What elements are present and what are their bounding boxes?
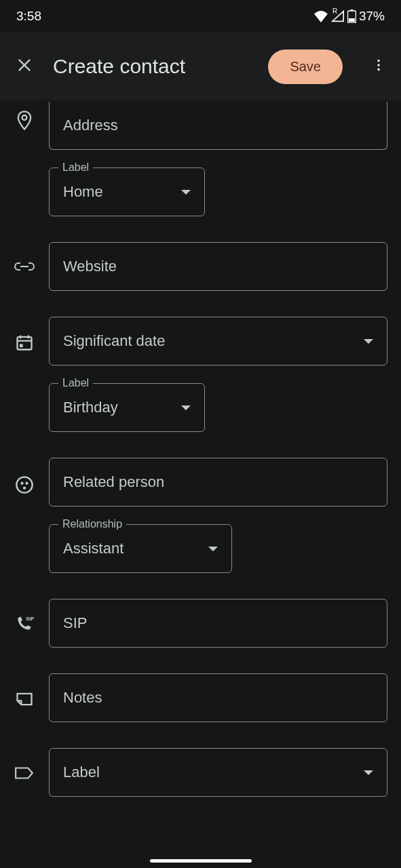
date-label-select[interactable]: Birthday [49,383,205,432]
notes-placeholder: Notes [63,689,102,706]
website-input[interactable]: Website [49,242,387,291]
page-title: Create contact [53,55,249,78]
svg-point-11 [25,482,28,485]
sip-input[interactable]: SIP [49,599,387,648]
address-label-value: Home [63,183,103,201]
significant-date-select[interactable]: Significant date [49,317,387,366]
svg-rect-1 [350,9,353,11]
link-icon [14,261,35,272]
label-select[interactable]: Label [49,748,387,797]
form-content: Address Label Home Website [0,102,401,797]
svg-rect-2 [349,18,355,22]
chevron-down-icon [208,547,218,551]
address-placeholder: Address [63,117,118,134]
address-input[interactable]: Address [49,102,387,150]
status-bar: 3:58 R 37% [0,0,401,33]
notes-input[interactable]: Notes [49,673,387,722]
svg-rect-8 [20,344,23,347]
svg-rect-7 [18,337,32,350]
status-time: 3:58 [16,9,41,24]
significant-date-placeholder: Significant date [63,332,165,350]
related-person-icon [15,475,34,494]
related-person-placeholder: Related person [63,473,164,490]
wifi-icon [313,10,328,22]
svg-point-3 [377,60,380,62]
svg-point-4 [377,64,380,66]
navigation-handle[interactable] [150,859,252,863]
relationship-label: Relationship [58,518,126,530]
app-bar: Create contact Save [0,33,401,100]
close-icon[interactable] [15,56,34,77]
label-icon [14,766,35,781]
date-label-label: Label [58,377,93,389]
related-person-input[interactable]: Related person [49,458,387,507]
label-placeholder: Label [63,764,100,781]
more-icon[interactable] [371,58,386,75]
chevron-down-icon [181,406,191,410]
website-placeholder: Website [63,258,117,275]
address-label-select[interactable]: Home [49,167,205,216]
sip-placeholder: SIP [63,614,87,631]
relationship-select[interactable]: Assistant [49,524,232,573]
svg-point-12 [23,487,26,490]
battery-icon [347,9,356,23]
calendar-icon [15,333,34,352]
chevron-down-icon [181,190,191,195]
relationship-value: Assistant [63,540,123,557]
roaming-indicator: R [332,7,337,15]
svg-point-5 [377,68,380,71]
save-button[interactable]: Save [268,50,343,84]
status-indicators: R 37% [313,9,385,24]
notes-icon [15,691,34,707]
svg-point-9 [16,477,32,492]
svg-point-10 [20,482,23,485]
chevron-down-icon [364,770,373,775]
date-label-value: Birthday [63,399,118,416]
battery-percent: 37% [359,9,385,24]
location-icon [15,110,34,132]
address-label-label: Label [58,161,93,174]
svg-point-6 [22,115,27,120]
chevron-down-icon [364,339,373,344]
sip-phone-icon: SIP [14,615,35,633]
svg-text:SIP: SIP [26,616,34,622]
